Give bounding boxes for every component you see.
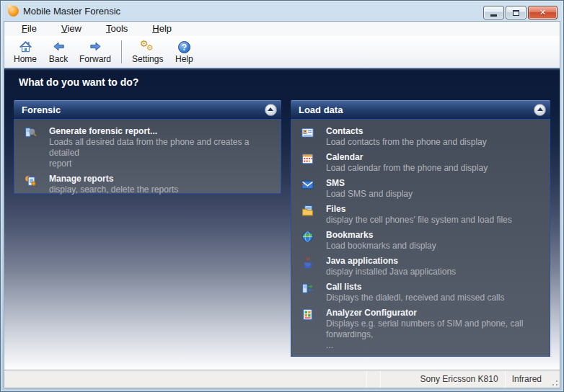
item-title[interactable]: Calendar [326, 152, 544, 163]
close-button[interactable]: ✕ [528, 6, 558, 19]
menu-tools[interactable]: Tools [99, 22, 135, 35]
item-title[interactable]: Call lists [326, 282, 544, 293]
load-data-panel-header[interactable]: Load data [291, 100, 550, 119]
title-bar[interactable]: Mobile Master Forensic ✕ [4, 2, 560, 21]
resize-grip[interactable] [548, 370, 560, 388]
window-controls: ✕ [483, 6, 558, 19]
item-description: Load bookmarks and display [326, 241, 544, 251]
manage-reports-icon [25, 174, 42, 195]
load-data-panel: Load data ContactsLoad contacts from the… [291, 100, 550, 357]
panel-item-text: ContactsLoad contacts from the phone and… [326, 126, 544, 148]
maximize-button[interactable] [506, 6, 526, 19]
status-bar: Sony Ericsson K810 Infrared [4, 370, 560, 388]
menu-file[interactable]: File [14, 22, 44, 35]
item-description: display installed Java applications [326, 267, 544, 277]
menu-help[interactable]: Help [145, 22, 179, 35]
panel-item[interactable]: Analyzer ConfiguratorDisplays e.g. seria… [299, 308, 544, 351]
item-title[interactable]: SMS [326, 178, 544, 189]
app-window: Mobile Master Forensic ✕ File View Tools… [0, 0, 564, 392]
home-label: Home [14, 54, 37, 64]
item-description: Displays e.g. serial numbers of SIM and … [326, 318, 544, 351]
panel-item-text: Analyzer ConfiguratorDisplays e.g. seria… [326, 308, 544, 351]
settings-button[interactable]: ⚙⚙ Settings [128, 37, 167, 66]
main-content: What do you want to do? Forensic Generat… [4, 68, 560, 370]
status-cell-empty [367, 370, 380, 388]
toolbar: Home Back Forward ⚙⚙ Settings ? Help [4, 36, 560, 68]
panel-item[interactable]: SMSLoad SMS and display [299, 178, 544, 200]
settings-icon: ⚙⚙ [140, 39, 156, 53]
back-label: Back [49, 54, 69, 64]
panel-item-text: BookmarksLoad bookmarks and display [326, 230, 544, 251]
back-button[interactable]: Back [42, 37, 75, 66]
item-title[interactable]: Files [326, 204, 544, 215]
item-title[interactable]: Bookmarks [326, 230, 544, 241]
item-title[interactable]: Generate forensic report... [49, 126, 275, 137]
panel-item[interactable]: Call listsDisplays the dialedl, received… [299, 282, 544, 303]
bookmarks-icon [301, 231, 319, 251]
panels-row: Forensic Generate forensic report...Load… [4, 100, 560, 357]
panel-item[interactable]: ContactsLoad contacts from the phone and… [299, 126, 544, 148]
analyzer-icon [301, 308, 319, 351]
menu-view[interactable]: View [54, 22, 89, 35]
forensic-panel-title: Forensic [22, 104, 61, 115]
collapse-up-icon [537, 107, 543, 111]
sms-icon [301, 179, 319, 200]
forensic-panel: Forensic Generate forensic report...Load… [14, 100, 281, 357]
close-icon: ✕ [539, 9, 546, 17]
forensic-report-icon [25, 127, 42, 169]
load-data-panel-title: Load data [299, 104, 343, 115]
panel-item-text: Generate forensic report...Loads all des… [49, 126, 275, 169]
maximize-icon [513, 10, 519, 16]
help-label: Help [175, 54, 193, 64]
status-empty-area [4, 370, 366, 388]
forward-button[interactable]: Forward [75, 37, 115, 66]
settings-label: Settings [132, 54, 163, 64]
calendar-icon [301, 153, 319, 174]
item-title[interactable]: Analyzer Configurator [326, 308, 544, 318]
item-title[interactable]: Contacts [326, 126, 544, 137]
item-description: Load SMS and display [326, 189, 544, 200]
panel-item[interactable]: CalendarLoad calendar from the phone and… [299, 152, 544, 174]
item-description: Load calendar from the phone and display [326, 163, 544, 174]
item-description: Displays the dialedl, received and misse… [326, 293, 544, 303]
panel-item-text: Filesdisplay the cell phones' file syste… [326, 204, 544, 226]
panel-item-text: Call listsDisplays the dialedl, received… [326, 282, 544, 303]
item-description: Load contacts from the phone and display [326, 137, 544, 148]
panel-item-text: Java applicationsdisplay installed Java … [326, 256, 544, 277]
forensic-panel-header[interactable]: Forensic [14, 100, 281, 119]
back-icon [52, 39, 66, 53]
panel-item[interactable]: BookmarksLoad bookmarks and display [299, 230, 544, 251]
toolbar-separator [121, 40, 122, 63]
panel-item-text: CalendarLoad calendar from the phone and… [326, 152, 544, 174]
menu-bar: File View Tools Help [4, 21, 560, 36]
item-title[interactable]: Manage reports [49, 174, 275, 184]
load-data-panel-body: ContactsLoad contacts from the phone and… [291, 119, 550, 357]
item-title[interactable]: Java applications [326, 256, 544, 267]
panel-item-text: SMSLoad SMS and display [326, 178, 544, 200]
item-description: display, search, delete the reports [49, 184, 275, 195]
home-button[interactable]: Home [9, 37, 42, 66]
home-icon [19, 39, 32, 53]
panel-item[interactable]: Manage reportsdisplay, search, delete th… [22, 174, 275, 195]
window-title: Mobile Master Forensic [23, 6, 120, 17]
page-title: What do you want to do? [4, 75, 560, 88]
help-button[interactable]: ? Help [167, 37, 201, 66]
forensic-panel-body: Generate forensic report...Loads all des… [14, 119, 281, 194]
minimize-icon [490, 14, 497, 17]
call-lists-icon [301, 282, 319, 303]
app-logo-icon [8, 6, 19, 17]
java-icon [301, 257, 319, 277]
panel-item[interactable]: Filesdisplay the cell phones' file syste… [299, 204, 544, 226]
status-connection: Infrared [506, 370, 548, 388]
minimize-button[interactable] [483, 6, 504, 19]
files-icon [301, 205, 319, 226]
panel-item[interactable]: Java applicationsdisplay installed Java … [299, 256, 544, 277]
forward-label: Forward [79, 54, 111, 64]
collapse-forensic-button[interactable] [265, 104, 277, 116]
contacts-icon [301, 127, 319, 148]
collapse-up-icon [268, 107, 273, 111]
collapse-load-data-button[interactable] [534, 104, 546, 116]
help-icon: ? [178, 39, 190, 53]
panel-item[interactable]: Generate forensic report...Loads all des… [22, 126, 275, 169]
panel-item-text: Manage reportsdisplay, search, delete th… [49, 174, 275, 195]
